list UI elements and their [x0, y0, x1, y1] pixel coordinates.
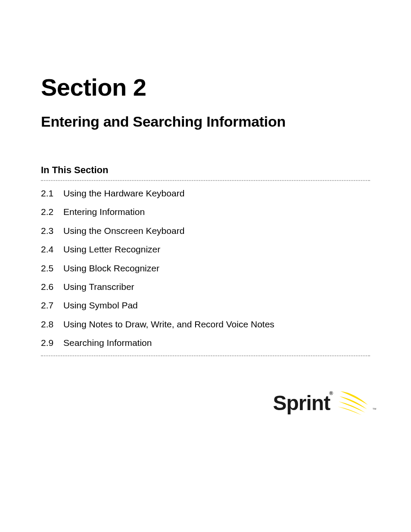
toc-item-label: Using Letter Recognizer — [63, 243, 160, 255]
toc-item: 2.6 Using Transcriber — [41, 280, 370, 293]
registered-mark: ® — [329, 390, 333, 396]
toc-item-label: Entering Information — [63, 205, 145, 218]
toc-item-number: 2.9 — [41, 336, 63, 349]
toc-item: 2.7 Using Symbol Pad — [41, 299, 370, 311]
toc-item: 2.9 Searching Information — [41, 336, 370, 349]
toc-item-number: 2.5 — [41, 262, 63, 274]
toc-item-label: Using Block Recognizer — [63, 262, 159, 274]
toc-item-number: 2.6 — [41, 280, 63, 293]
toc-item-label: Using the Hardware Keyboard — [63, 187, 184, 199]
toc-item: 2.5 Using Block Recognizer — [41, 262, 370, 274]
section-title: Section 2 — [41, 73, 370, 101]
brand-name-text: Sprint — [273, 392, 330, 414]
toc-item: 2.3 Using the Onscreen Keyboard — [41, 224, 370, 237]
toc-item: 2.1 Using the Hardware Keyboard — [41, 187, 370, 199]
trademark-mark: ™ — [372, 407, 377, 412]
brand-logo: Sprint® ™ — [273, 388, 377, 418]
toc-item-label: Using Symbol Pad — [63, 299, 138, 311]
brand-name: Sprint® — [273, 391, 334, 415]
divider-top — [41, 180, 370, 181]
section-subtitle: Entering and Searching Information — [41, 113, 370, 130]
toc-item: 2.4 Using Letter Recognizer — [41, 243, 370, 255]
toc-item-number: 2.3 — [41, 224, 63, 237]
toc-item-number: 2.7 — [41, 299, 63, 311]
toc-item-label: Using the Onscreen Keyboard — [63, 224, 184, 237]
toc-item: 2.8 Using Notes to Draw, Write, and Reco… — [41, 318, 370, 330]
toc-item: 2.2 Entering Information — [41, 205, 370, 218]
toc-item-number: 2.2 — [41, 205, 63, 218]
divider-bottom — [41, 355, 370, 356]
toc-header: In This Section — [41, 165, 370, 176]
toc-item-number: 2.8 — [41, 318, 63, 330]
toc-list: 2.1 Using the Hardware Keyboard 2.2 Ente… — [41, 187, 370, 349]
sprint-wing-icon — [337, 388, 371, 418]
toc-item-number: 2.4 — [41, 243, 63, 255]
toc-item-label: Using Notes to Draw, Write, and Record V… — [63, 318, 274, 330]
toc-item-number: 2.1 — [41, 187, 63, 199]
toc-item-label: Using Transcriber — [63, 280, 134, 293]
toc-item-label: Searching Information — [63, 336, 152, 349]
